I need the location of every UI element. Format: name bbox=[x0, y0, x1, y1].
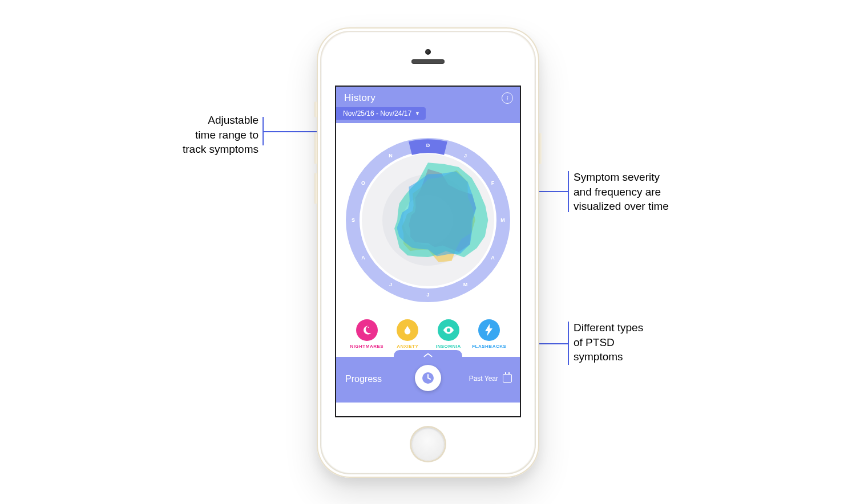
chevron-down-icon: ▼ bbox=[415, 111, 420, 116]
chevron-up-icon bbox=[423, 352, 433, 358]
date-range-label: Nov/25/16 - Nov/24/17 bbox=[343, 109, 411, 117]
symptom-insomnia[interactable]: INSOMNIA bbox=[430, 319, 467, 349]
svg-text:O: O bbox=[361, 180, 365, 186]
annotation-timerange: Adjustable time range to track symptoms bbox=[144, 113, 259, 157]
symptom-nightmares[interactable]: NIGHTMARES bbox=[349, 319, 385, 349]
screen-title: History bbox=[344, 92, 375, 104]
svg-text:J: J bbox=[389, 282, 392, 287]
svg-text:A: A bbox=[491, 255, 495, 261]
symptom-label: FLASHBACKS bbox=[472, 344, 506, 349]
svg-text:N: N bbox=[389, 153, 393, 158]
symptom-anxiety[interactable]: ANXIETY bbox=[389, 319, 426, 349]
app-header: History i Nov/25/16 - Nov/24/17 ▼ bbox=[336, 87, 520, 123]
svg-point-18 bbox=[447, 328, 450, 332]
svg-text:F: F bbox=[491, 180, 495, 186]
phone-volume-down bbox=[314, 173, 317, 204]
drop-icon bbox=[397, 319, 418, 341]
svg-text:A: A bbox=[361, 255, 365, 261]
date-range-selector[interactable]: Nov/25/16 - Nov/24/17 ▼ bbox=[336, 107, 426, 120]
symptom-label: ANXIETY bbox=[397, 344, 418, 349]
svg-text:M: M bbox=[463, 282, 468, 287]
svg-text:M: M bbox=[500, 217, 505, 223]
bolt-icon bbox=[478, 319, 500, 341]
svg-text:J: J bbox=[464, 153, 467, 158]
moon-icon bbox=[356, 319, 378, 341]
clock-icon bbox=[421, 371, 435, 385]
calendar-icon bbox=[503, 374, 512, 383]
phone-volume-up bbox=[314, 133, 317, 164]
progress-label: Progress bbox=[345, 374, 382, 384]
phone-camera bbox=[425, 49, 431, 55]
clock-button[interactable] bbox=[415, 365, 441, 391]
time-range-button[interactable]: Past Year bbox=[469, 374, 512, 383]
symptom-label: NIGHTMARES bbox=[350, 344, 383, 349]
info-button[interactable]: i bbox=[502, 92, 513, 104]
radial-chart[interactable]: DJFMAMJJASON bbox=[336, 123, 520, 317]
expand-handle[interactable] bbox=[394, 350, 462, 360]
svg-text:J: J bbox=[426, 292, 429, 298]
info-icon: i bbox=[506, 95, 508, 101]
phone-mute-switch bbox=[314, 101, 317, 117]
svg-rect-17 bbox=[368, 327, 369, 328]
bottom-bar: Progress Past Year bbox=[336, 357, 520, 403]
phone-speaker bbox=[411, 59, 445, 64]
phone-power-button bbox=[539, 133, 542, 164]
phone-mockup: History i Nov/25/16 - Nov/24/17 ▼ bbox=[317, 27, 539, 478]
annotation-types: Different types of PTSD symptoms bbox=[574, 320, 699, 364]
symptom-flashbacks[interactable]: FLASHBACKS bbox=[471, 319, 507, 349]
svg-text:S: S bbox=[352, 217, 355, 223]
radial-chart-svg: DJFMAMJJASON bbox=[342, 135, 514, 306]
annotation-severity: Symptom severity and frequency are visua… bbox=[574, 170, 722, 214]
time-range-label: Past Year bbox=[469, 375, 498, 383]
eye-icon bbox=[438, 319, 459, 341]
symptom-label: INSOMNIA bbox=[436, 344, 461, 349]
app-screen: History i Nov/25/16 - Nov/24/17 ▼ bbox=[335, 86, 521, 417]
svg-text:D: D bbox=[426, 143, 430, 148]
phone-home-button[interactable] bbox=[411, 428, 445, 461]
